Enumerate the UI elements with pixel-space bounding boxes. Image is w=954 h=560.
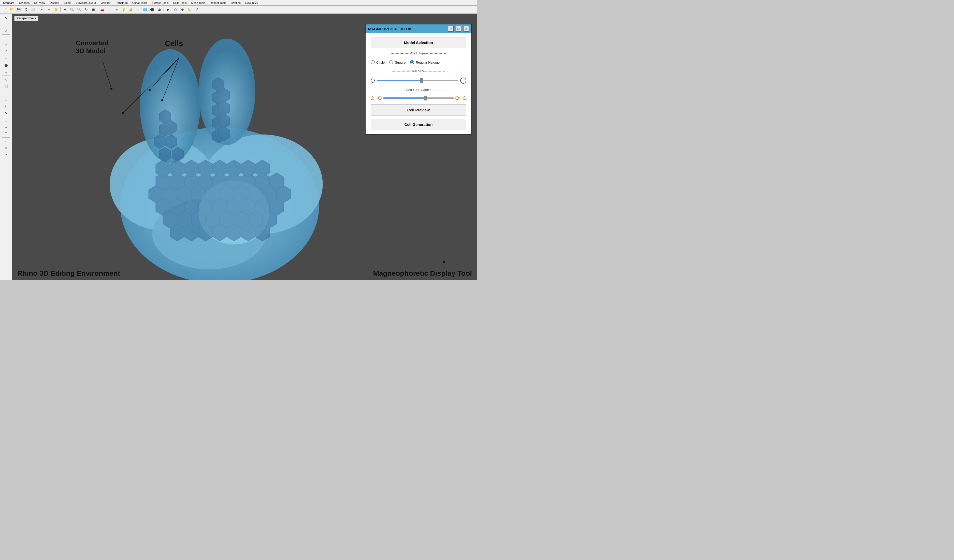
menu-curvetools[interactable]: Curve Tools — [130, 1, 149, 5]
menu-display[interactable]: Display — [48, 1, 61, 5]
toolbar-pan[interactable]: ✋ — [53, 6, 59, 13]
left-sphere2[interactable]: ⚫ — [2, 62, 11, 68]
menu-rendertools[interactable]: Render Tools — [208, 1, 228, 5]
toolbar-light[interactable]: 💡 — [120, 6, 127, 13]
left-check[interactable]: ✓ — [2, 138, 11, 145]
viewport[interactable]: Perspective ▾ — [12, 14, 477, 280]
toolbar-zoom-out[interactable]: 🔍 — [76, 6, 83, 13]
left-dim[interactable]: ↔ — [2, 124, 11, 130]
menu-standard[interactable]: Standard — [1, 1, 17, 5]
menu-newinv6[interactable]: New in V6 — [243, 1, 260, 5]
viewport-dropdown-arrow: ▾ — [34, 17, 36, 20]
left-star[interactable]: ★ — [2, 151, 11, 157]
cell-generation-button[interactable]: Cell Generation — [371, 119, 466, 130]
toolbar-material[interactable]: ◕ — [156, 6, 162, 13]
left-box[interactable]: □ — [2, 56, 11, 62]
cell-preview-button[interactable]: Cell Preview — [371, 104, 466, 115]
left-rotate2[interactable]: ↻ — [2, 104, 11, 110]
left-scale[interactable]: ⤡ — [2, 110, 11, 116]
cell-size-divider: ---------------Cell Size---------------- — [371, 69, 466, 73]
cell-size-thumb[interactable] — [420, 78, 423, 83]
menu-visibility[interactable]: Visibility — [98, 1, 113, 5]
menu-surfacetools[interactable]: Surface Tools — [150, 1, 170, 5]
toolbar-sphere[interactable]: ⚫ — [149, 6, 156, 13]
toolbar-move[interactable]: ✛ — [62, 6, 68, 13]
toolbar-extra1[interactable]: ▶ — [165, 6, 171, 13]
viewport-perspective-label[interactable]: Perspective ▾ — [14, 16, 38, 21]
left-cyl[interactable]: ⬡ — [2, 68, 11, 75]
toolbar-extra3[interactable]: ⊛ — [179, 6, 186, 13]
left-diamond[interactable]: ◇ — [2, 145, 11, 151]
toolbar-new[interactable]: 📄 — [1, 6, 8, 13]
toolbar-open[interactable]: 📂 — [8, 6, 15, 13]
radio-circle-indicator — [371, 60, 375, 64]
cell-size-icon-small — [371, 79, 375, 82]
menu-cplanes[interactable]: CPlanes — [17, 1, 32, 5]
model-selection-button[interactable]: Model Selection — [371, 37, 466, 48]
gap-icon-right: |← — [455, 96, 466, 100]
toolbar-rotate[interactable]: ↻ — [83, 6, 90, 13]
radio-circle[interactable]: Circle — [371, 60, 385, 64]
menu-setview[interactable]: Set View — [32, 1, 47, 5]
toolbar-undo[interactable]: ↩ — [45, 6, 52, 13]
left-grid2[interactable]: ⊞ — [2, 118, 11, 124]
cell-gap-slider[interactable] — [383, 97, 454, 99]
left-circle-o[interactable]: ○ — [2, 42, 11, 48]
toolbar-lock[interactable]: 🔒 — [128, 6, 134, 13]
toolbar-sep2 — [60, 7, 61, 12]
toolbar-circle[interactable]: ○ — [106, 6, 113, 13]
toolbar-cut[interactable]: ✂ — [38, 6, 45, 13]
menu-viewportlayout[interactable]: Viewport Layout — [74, 1, 98, 5]
radio-hexagon[interactable]: Regular Hexagon — [410, 60, 441, 64]
toolbar-extra2[interactable]: ⬡ — [172, 6, 179, 13]
cell-type-radio-group: Circle Square Regular Hexagon — [371, 59, 466, 66]
toolbar-sep3 — [98, 7, 98, 12]
panel-minimize-button[interactable]: − — [448, 26, 454, 31]
gap-circle-right-outer — [455, 96, 459, 100]
toolbar-save[interactable]: 💾 — [15, 6, 22, 13]
left-surface[interactable]: ⬜ — [2, 83, 11, 89]
toolbar-car[interactable]: 🚗 — [99, 6, 106, 13]
radio-square[interactable]: Square — [389, 60, 405, 64]
radio-square-indicator — [389, 60, 393, 64]
left-text[interactable]: T — [2, 131, 11, 137]
radio-hexagon-indicator — [410, 60, 414, 64]
left-select[interactable]: ↖ — [2, 15, 11, 21]
left-sep4 — [2, 96, 10, 96]
cell-size-slider[interactable] — [377, 80, 458, 81]
menu-meshtools[interactable]: Mesh Tools — [189, 1, 207, 5]
toolbar-zoom-in[interactable]: 🔍 — [69, 6, 75, 13]
left-dot[interactable]: · — [2, 21, 11, 27]
menu-select[interactable]: Select — [62, 1, 73, 5]
menu-bar: Standard CPlanes Set View Display Select… — [0, 0, 477, 6]
panel-maximize-button[interactable]: □ — [456, 26, 461, 31]
toolbar-help[interactable]: ❓ — [193, 6, 200, 13]
magneophoretic-panel: MAGNEOPHORETIC DIS... − □ × Model Select… — [365, 24, 472, 135]
left-move2[interactable]: ✛ — [2, 97, 11, 103]
menu-drafting[interactable]: Drafting — [229, 1, 243, 5]
left-arrow[interactable]: ↗ — [2, 48, 11, 54]
left-line[interactable]: ⌒ — [2, 35, 11, 42]
menu-transform[interactable]: Transform — [113, 1, 130, 5]
toolbar-grid[interactable]: ⊞ — [90, 6, 97, 13]
menu-solidtools[interactable]: Solid Tools — [171, 1, 189, 5]
cell-gap-thumb[interactable] — [424, 96, 427, 100]
toolbar-sep1 — [37, 7, 37, 12]
left-curve[interactable]: ∿ — [2, 76, 11, 82]
toolbar-cmd[interactable]: ⬜ — [30, 6, 36, 13]
panel-body: Model Selection ----------------Cell Typ… — [366, 33, 471, 134]
toolbar-print[interactable]: 🖨 — [22, 6, 29, 13]
viewport-name-text: Perspective — [17, 17, 34, 20]
panel-close-button[interactable]: × — [463, 26, 469, 31]
toolbar-curve[interactable]: ∿ — [113, 6, 120, 13]
cell-gap-slider-row: →| |← — [371, 95, 466, 101]
toolbar-cross[interactable]: ✕ — [134, 6, 141, 13]
left-triangle[interactable]: △ — [2, 28, 11, 34]
toolbar-extra4[interactable]: 📐 — [186, 6, 193, 13]
toolbar-globe[interactable]: 🌐 — [142, 6, 148, 13]
left-mesh[interactable]: ⋱ — [2, 89, 11, 95]
radio-circle-label: Circle — [376, 61, 385, 64]
cell-size-icon-large — [460, 78, 466, 84]
panel-titlebar: MAGNEOPHORETIC DIS... − □ × — [366, 25, 471, 33]
gap-icon-left: →| — [371, 96, 382, 100]
